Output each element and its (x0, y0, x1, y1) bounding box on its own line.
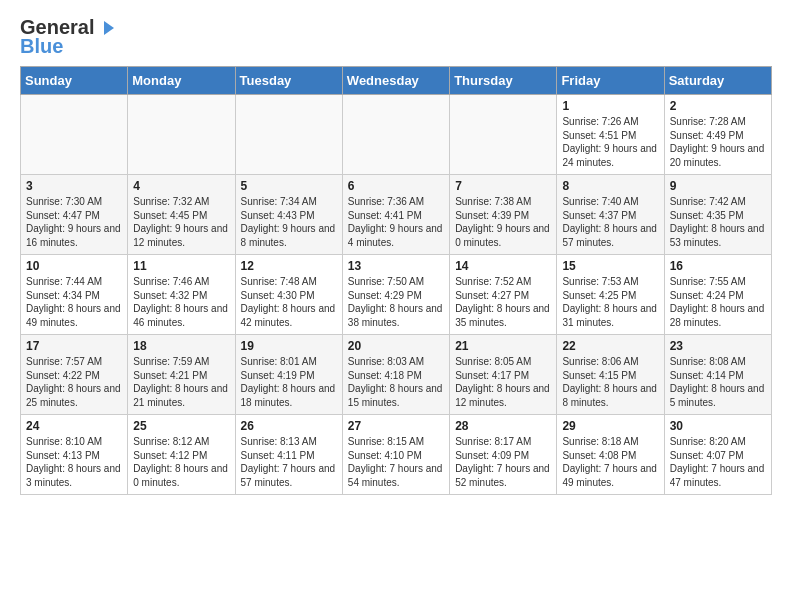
col-header-sunday: Sunday (21, 67, 128, 95)
calendar-cell: 13Sunrise: 7:50 AM Sunset: 4:29 PM Dayli… (342, 255, 449, 335)
day-number: 6 (348, 179, 444, 193)
cell-content: Sunrise: 8:13 AM Sunset: 4:11 PM Dayligh… (241, 435, 337, 489)
cell-content: Sunrise: 7:48 AM Sunset: 4:30 PM Dayligh… (241, 275, 337, 329)
day-number: 24 (26, 419, 122, 433)
calendar-cell: 9Sunrise: 7:42 AM Sunset: 4:35 PM Daylig… (664, 175, 771, 255)
day-number: 19 (241, 339, 337, 353)
calendar-cell: 20Sunrise: 8:03 AM Sunset: 4:18 PM Dayli… (342, 335, 449, 415)
day-number: 2 (670, 99, 766, 113)
cell-content: Sunrise: 8:06 AM Sunset: 4:15 PM Dayligh… (562, 355, 658, 409)
logo-container: General Blue (20, 16, 118, 58)
cell-content: Sunrise: 7:30 AM Sunset: 4:47 PM Dayligh… (26, 195, 122, 249)
day-number: 27 (348, 419, 444, 433)
cell-content: Sunrise: 8:18 AM Sunset: 4:08 PM Dayligh… (562, 435, 658, 489)
cell-content: Sunrise: 7:28 AM Sunset: 4:49 PM Dayligh… (670, 115, 766, 169)
calendar-cell: 18Sunrise: 7:59 AM Sunset: 4:21 PM Dayli… (128, 335, 235, 415)
calendar-cell (128, 95, 235, 175)
calendar-cell: 30Sunrise: 8:20 AM Sunset: 4:07 PM Dayli… (664, 415, 771, 495)
cell-content: Sunrise: 8:12 AM Sunset: 4:12 PM Dayligh… (133, 435, 229, 489)
cell-content: Sunrise: 7:50 AM Sunset: 4:29 PM Dayligh… (348, 275, 444, 329)
calendar-cell: 6Sunrise: 7:36 AM Sunset: 4:41 PM Daylig… (342, 175, 449, 255)
calendar-cell: 10Sunrise: 7:44 AM Sunset: 4:34 PM Dayli… (21, 255, 128, 335)
day-number: 10 (26, 259, 122, 273)
calendar-cell: 28Sunrise: 8:17 AM Sunset: 4:09 PM Dayli… (450, 415, 557, 495)
cell-content: Sunrise: 8:01 AM Sunset: 4:19 PM Dayligh… (241, 355, 337, 409)
day-number: 9 (670, 179, 766, 193)
calendar-cell: 27Sunrise: 8:15 AM Sunset: 4:10 PM Dayli… (342, 415, 449, 495)
day-number: 22 (562, 339, 658, 353)
calendar-cell: 15Sunrise: 7:53 AM Sunset: 4:25 PM Dayli… (557, 255, 664, 335)
calendar-cell: 24Sunrise: 8:10 AM Sunset: 4:13 PM Dayli… (21, 415, 128, 495)
calendar-cell: 26Sunrise: 8:13 AM Sunset: 4:11 PM Dayli… (235, 415, 342, 495)
calendar-cell: 21Sunrise: 8:05 AM Sunset: 4:17 PM Dayli… (450, 335, 557, 415)
calendar-cell: 7Sunrise: 7:38 AM Sunset: 4:39 PM Daylig… (450, 175, 557, 255)
cell-content: Sunrise: 7:59 AM Sunset: 4:21 PM Dayligh… (133, 355, 229, 409)
logo-text-block: General Blue (20, 16, 118, 58)
day-number: 11 (133, 259, 229, 273)
col-header-monday: Monday (128, 67, 235, 95)
calendar-cell: 3Sunrise: 7:30 AM Sunset: 4:47 PM Daylig… (21, 175, 128, 255)
col-header-tuesday: Tuesday (235, 67, 342, 95)
calendar-cell: 16Sunrise: 7:55 AM Sunset: 4:24 PM Dayli… (664, 255, 771, 335)
col-header-friday: Friday (557, 67, 664, 95)
cell-content: Sunrise: 7:55 AM Sunset: 4:24 PM Dayligh… (670, 275, 766, 329)
cell-content: Sunrise: 8:03 AM Sunset: 4:18 PM Dayligh… (348, 355, 444, 409)
day-number: 25 (133, 419, 229, 433)
calendar-cell (342, 95, 449, 175)
calendar-cell: 4Sunrise: 7:32 AM Sunset: 4:45 PM Daylig… (128, 175, 235, 255)
calendar-cell: 8Sunrise: 7:40 AM Sunset: 4:37 PM Daylig… (557, 175, 664, 255)
calendar-week-row: 3Sunrise: 7:30 AM Sunset: 4:47 PM Daylig… (21, 175, 772, 255)
calendar-cell: 19Sunrise: 8:01 AM Sunset: 4:19 PM Dayli… (235, 335, 342, 415)
day-number: 1 (562, 99, 658, 113)
day-number: 7 (455, 179, 551, 193)
calendar-cell: 29Sunrise: 8:18 AM Sunset: 4:08 PM Dayli… (557, 415, 664, 495)
cell-content: Sunrise: 7:46 AM Sunset: 4:32 PM Dayligh… (133, 275, 229, 329)
cell-content: Sunrise: 7:38 AM Sunset: 4:39 PM Dayligh… (455, 195, 551, 249)
cell-content: Sunrise: 7:57 AM Sunset: 4:22 PM Dayligh… (26, 355, 122, 409)
calendar-cell (21, 95, 128, 175)
calendar-cell: 11Sunrise: 7:46 AM Sunset: 4:32 PM Dayli… (128, 255, 235, 335)
day-number: 17 (26, 339, 122, 353)
cell-content: Sunrise: 7:52 AM Sunset: 4:27 PM Dayligh… (455, 275, 551, 329)
day-number: 30 (670, 419, 766, 433)
day-number: 23 (670, 339, 766, 353)
col-header-thursday: Thursday (450, 67, 557, 95)
day-number: 28 (455, 419, 551, 433)
calendar-cell (235, 95, 342, 175)
logo: General Blue (20, 16, 118, 58)
calendar-cell: 12Sunrise: 7:48 AM Sunset: 4:30 PM Dayli… (235, 255, 342, 335)
calendar-cell: 22Sunrise: 8:06 AM Sunset: 4:15 PM Dayli… (557, 335, 664, 415)
day-number: 20 (348, 339, 444, 353)
day-number: 12 (241, 259, 337, 273)
calendar-cell: 17Sunrise: 7:57 AM Sunset: 4:22 PM Dayli… (21, 335, 128, 415)
cell-content: Sunrise: 7:32 AM Sunset: 4:45 PM Dayligh… (133, 195, 229, 249)
calendar-week-row: 1Sunrise: 7:26 AM Sunset: 4:51 PM Daylig… (21, 95, 772, 175)
day-number: 8 (562, 179, 658, 193)
cell-content: Sunrise: 8:10 AM Sunset: 4:13 PM Dayligh… (26, 435, 122, 489)
calendar-cell: 25Sunrise: 8:12 AM Sunset: 4:12 PM Dayli… (128, 415, 235, 495)
day-number: 3 (26, 179, 122, 193)
cell-content: Sunrise: 7:34 AM Sunset: 4:43 PM Dayligh… (241, 195, 337, 249)
col-header-saturday: Saturday (664, 67, 771, 95)
logo-blue: Blue (20, 35, 63, 58)
calendar-week-row: 10Sunrise: 7:44 AM Sunset: 4:34 PM Dayli… (21, 255, 772, 335)
calendar-table: SundayMondayTuesdayWednesdayThursdayFrid… (20, 66, 772, 495)
calendar-cell: 2Sunrise: 7:28 AM Sunset: 4:49 PM Daylig… (664, 95, 771, 175)
cell-content: Sunrise: 7:53 AM Sunset: 4:25 PM Dayligh… (562, 275, 658, 329)
logo-arrow-icon (96, 17, 118, 39)
cell-content: Sunrise: 7:40 AM Sunset: 4:37 PM Dayligh… (562, 195, 658, 249)
day-number: 26 (241, 419, 337, 433)
calendar-week-row: 24Sunrise: 8:10 AM Sunset: 4:13 PM Dayli… (21, 415, 772, 495)
calendar-cell: 14Sunrise: 7:52 AM Sunset: 4:27 PM Dayli… (450, 255, 557, 335)
calendar-cell: 5Sunrise: 7:34 AM Sunset: 4:43 PM Daylig… (235, 175, 342, 255)
cell-content: Sunrise: 8:15 AM Sunset: 4:10 PM Dayligh… (348, 435, 444, 489)
svg-marker-0 (104, 21, 114, 35)
cell-content: Sunrise: 8:08 AM Sunset: 4:14 PM Dayligh… (670, 355, 766, 409)
day-number: 16 (670, 259, 766, 273)
header: General Blue (20, 16, 772, 58)
calendar-header-row: SundayMondayTuesdayWednesdayThursdayFrid… (21, 67, 772, 95)
day-number: 29 (562, 419, 658, 433)
cell-content: Sunrise: 7:42 AM Sunset: 4:35 PM Dayligh… (670, 195, 766, 249)
day-number: 4 (133, 179, 229, 193)
cell-content: Sunrise: 8:05 AM Sunset: 4:17 PM Dayligh… (455, 355, 551, 409)
